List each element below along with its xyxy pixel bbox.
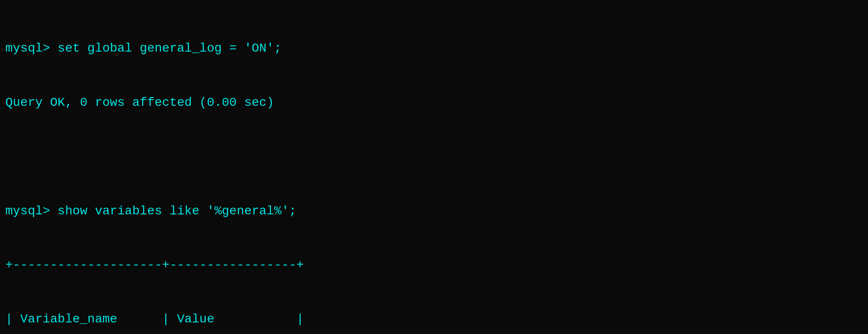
terminal-line: | Variable_name | Value |	[5, 310, 863, 329]
terminal-line: Query OK, 0 rows affected (0.00 sec)	[5, 94, 863, 112]
terminal-line: mysql> set global general_log = 'ON';	[5, 40, 863, 58]
terminal-line: mysql> show variables like '%general%';	[5, 202, 863, 221]
terminal-line	[5, 148, 863, 166]
terminal-line: +--------------------+-----------------+	[5, 256, 863, 274]
terminal-window[interactable]: mysql> set global general_log = 'ON'; Qu…	[5, 4, 863, 330]
